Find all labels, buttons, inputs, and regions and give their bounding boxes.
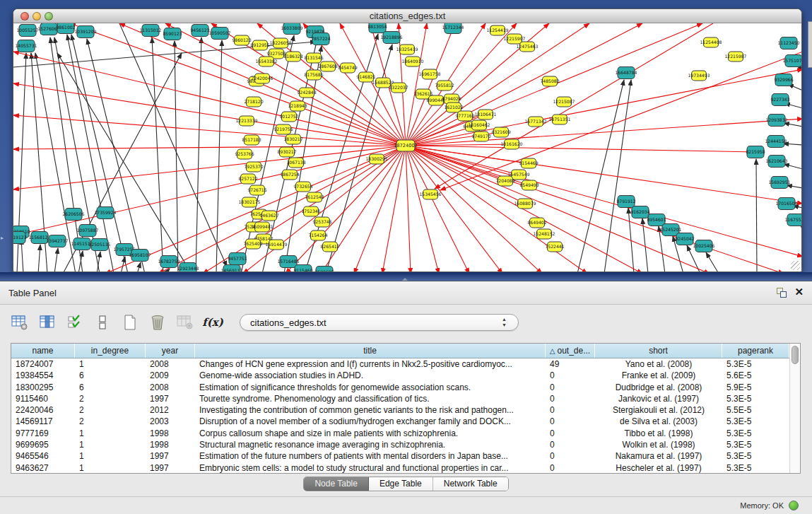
- column-header-pagerank[interactable]: pagerank: [722, 344, 789, 358]
- cell-in_degree[interactable]: 6: [75, 370, 146, 381]
- cell-title[interactable]: Changes of HCN gene expression and I(f) …: [195, 358, 546, 370]
- cell-title[interactable]: Tourette syndrome. Phenomenology and cla…: [195, 393, 546, 404]
- graph-node[interactable]: 19218896: [380, 32, 402, 44]
- cell-short[interactable]: Jankovic et al. (1997): [595, 393, 722, 404]
- table-settings-icon[interactable]: [11, 314, 29, 331]
- cell-year[interactable]: 2008: [146, 358, 195, 370]
- cell-pagerank[interactable]: 5.3E-5: [722, 416, 789, 427]
- graph-node[interactable]: 8131546: [304, 53, 323, 63]
- cell-year[interactable]: 2012: [146, 404, 195, 416]
- graph-node[interactable]: 9329966: [774, 74, 793, 86]
- graph-node[interactable]: 10055257: [16, 25, 38, 37]
- graph-node[interactable]: 7612543: [305, 192, 324, 202]
- citation-network-graph[interactable]: 1405573110055257152760629861002103912091…: [13, 23, 801, 272]
- cell-pagerank[interactable]: 5.3E-5: [722, 428, 789, 439]
- window-minimize-button[interactable]: [33, 12, 41, 21]
- cell-in_degree[interactable]: 1: [75, 358, 146, 370]
- graph-node[interactable]: 19734493: [688, 71, 710, 81]
- cell-short[interactable]: Dudbridge et al. (2008): [595, 382, 722, 393]
- graph-node[interactable]: 8454749: [338, 63, 357, 73]
- graph-node[interactable]: 12444158: [765, 136, 787, 148]
- graph-node[interactable]: 12505135: [88, 239, 110, 251]
- graph-node[interactable]: 12923448: [177, 263, 199, 273]
- cell-in_degree[interactable]: 2: [75, 393, 146, 404]
- window-resize-grip[interactable]: [791, 261, 800, 270]
- graph-node[interactable]: 16210643: [765, 156, 787, 168]
- graph-node[interactable]: 11254419: [486, 25, 508, 35]
- rows-icon[interactable]: [93, 314, 112, 331]
- graph-node[interactable]: 9242848: [297, 88, 316, 98]
- cell-short[interactable]: Wolkin et al. (1998): [595, 439, 722, 450]
- cell-title[interactable]: Estimation of the future numbers of pati…: [195, 450, 546, 462]
- cell-name[interactable]: 9465546: [11, 450, 75, 462]
- column-header-out_de[interactable]: △out_de...: [546, 344, 595, 358]
- graph-node[interactable]: 9749170: [471, 132, 490, 141]
- graph-node[interactable]: 9777169: [455, 111, 474, 121]
- graph-node[interactable]: 10975887: [76, 225, 98, 237]
- cell-title[interactable]: Estimation of significance thresholds fo…: [195, 382, 546, 393]
- network-view-window[interactable]: citations_edges.txt 14055731100552571527…: [13, 8, 802, 272]
- graph-node[interactable]: 8215958: [746, 146, 765, 158]
- graph-node[interactable]: 9732654: [293, 182, 312, 192]
- graph-node[interactable]: 11123450: [777, 37, 799, 49]
- graph-node[interactable]: 7925370: [244, 162, 263, 172]
- cell-pagerank[interactable]: 5.9E-5: [722, 382, 789, 393]
- graph-node[interactable]: 9253766: [235, 149, 254, 159]
- graph-node[interactable]: 3067138: [286, 158, 305, 168]
- graph-node[interactable]: 8813054: [367, 23, 387, 33]
- table-row[interactable]: 911546021997Tourette syndrome. Phenomeno…: [11, 393, 789, 404]
- cell-in_degree[interactable]: 1: [75, 462, 146, 473]
- graph-node[interactable]: 1752346: [301, 206, 320, 216]
- graph-node[interactable]: 16033809: [281, 23, 302, 35]
- graph-node[interactable]: 16648784: [615, 67, 637, 79]
- graph-node[interactable]: 18325419: [396, 45, 418, 54]
- graph-node[interactable]: 10025406: [693, 240, 714, 252]
- graph-node[interactable]: 9726715: [247, 185, 266, 195]
- cell-short[interactable]: de Silva et al. (2003): [595, 416, 722, 427]
- column-header-name[interactable]: name: [11, 344, 75, 358]
- graph-node[interactable]: 9227343: [770, 94, 789, 106]
- graph-node[interactable]: 15692951: [768, 177, 790, 189]
- graph-node[interactable]: 10590507: [208, 28, 230, 40]
- graph-node[interactable]: 8322037: [389, 83, 408, 93]
- cell-short[interactable]: Tibbo et al. (1998): [595, 428, 722, 439]
- graph-node[interactable]: 9457751: [228, 253, 247, 265]
- cell-year[interactable]: 1997: [146, 450, 195, 462]
- graph-node[interactable]: 7857224: [311, 33, 330, 45]
- graph-node[interactable]: 18302175: [238, 197, 260, 207]
- cell-out_de[interactable]: 0: [546, 382, 595, 393]
- graph-node[interactable]: 7485083: [540, 76, 559, 86]
- cell-title[interactable]: Genome-wide association studies in ADHD.: [195, 370, 546, 381]
- cell-short[interactable]: Nakamura et al. (1997): [595, 450, 722, 462]
- cell-year[interactable]: 1997: [146, 393, 195, 404]
- function-builder-icon[interactable]: f(x): [204, 314, 222, 331]
- close-panel-icon[interactable]: ✕: [794, 286, 804, 298]
- graph-node[interactable]: 7522441: [545, 242, 564, 252]
- cell-name[interactable]: 9463627: [11, 462, 75, 473]
- graph-node[interactable]: 9463627: [259, 211, 278, 221]
- table-row[interactable]: 1872400712008Changes of HCN gene express…: [11, 358, 789, 370]
- table-selector-dropdown[interactable]: citations_edges.txt ▲▼: [240, 314, 519, 331]
- cell-name[interactable]: 9699695: [11, 439, 75, 450]
- graph-node[interactable]: 12215987: [724, 52, 746, 62]
- graph-node[interactable]: 9154469: [519, 158, 538, 168]
- table-row[interactable]: 946554611997Estimation of the future num…: [11, 450, 789, 462]
- cell-title[interactable]: Disruption of a novel member of a sodium…: [195, 416, 546, 427]
- cell-out_de[interactable]: 0: [546, 370, 595, 381]
- table-row[interactable]: 2242004622012Investigating the contribut…: [11, 404, 789, 416]
- graph-node[interactable]: 26206506: [62, 209, 84, 221]
- graph-node[interactable]: 1867254: [280, 170, 299, 180]
- graph-node[interactable]: 8791912: [616, 196, 635, 208]
- table-body[interactable]: 1872400712008Changes of HCN gene express…: [11, 358, 789, 473]
- graph-node[interactable]: 2867608: [318, 62, 337, 71]
- graph-node[interactable]: 8912955: [250, 40, 269, 50]
- new-document-icon[interactable]: [121, 314, 139, 331]
- float-panel-icon[interactable]: [777, 288, 787, 298]
- cell-out_de[interactable]: 0: [546, 428, 595, 439]
- network-canvas[interactable]: 1405573110055257152760629861002103912091…: [13, 23, 801, 272]
- scrollbar-thumb[interactable]: [792, 346, 799, 364]
- graph-node[interactable]: 12215087: [553, 97, 575, 107]
- cell-title[interactable]: Corpus callosum shape and size in male p…: [195, 428, 546, 439]
- graph-node[interactable]: 16961758: [418, 69, 440, 79]
- graph-node[interactable]: 1218943: [288, 101, 307, 111]
